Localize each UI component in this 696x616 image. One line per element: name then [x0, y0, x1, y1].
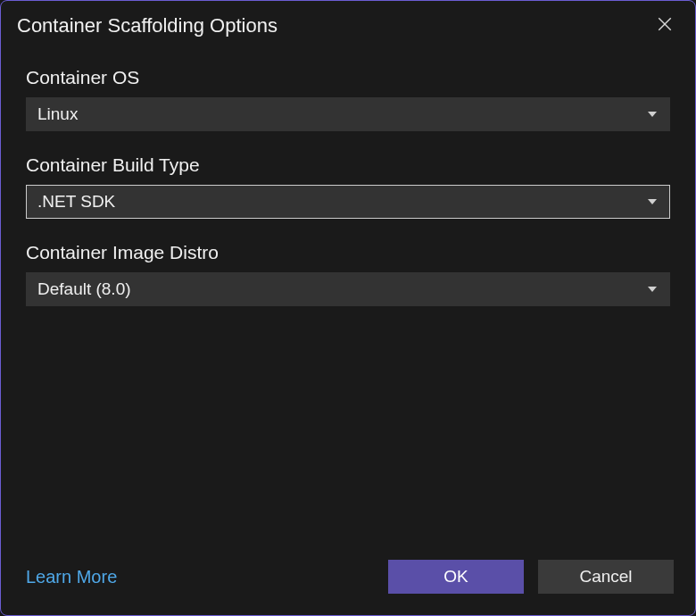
- close-icon: [657, 16, 673, 36]
- container-scaffolding-dialog: Container Scaffolding Options Container …: [0, 0, 696, 616]
- container-build-type-value: .NET SDK: [37, 192, 115, 212]
- container-build-type-select[interactable]: .NET SDK: [26, 185, 670, 219]
- container-image-distro-value: Default (8.0): [37, 279, 131, 299]
- container-image-distro-label: Container Image Distro: [26, 242, 670, 263]
- container-os-value: Linux: [37, 104, 78, 124]
- container-os-field: Container OS Linux: [26, 67, 670, 131]
- container-os-select[interactable]: Linux: [26, 97, 670, 131]
- close-button[interactable]: [652, 13, 677, 38]
- dialog-content: Container OS Linux Container Build Type …: [1, 49, 695, 549]
- ok-button[interactable]: OK: [388, 560, 524, 594]
- learn-more-link[interactable]: Learn More: [26, 567, 117, 587]
- container-image-distro-select[interactable]: Default (8.0): [26, 272, 670, 306]
- chevron-down-icon: [648, 199, 657, 204]
- titlebar: Container Scaffolding Options: [1, 1, 695, 49]
- cancel-button[interactable]: Cancel: [538, 560, 674, 594]
- container-build-type-label: Container Build Type: [26, 154, 670, 176]
- container-image-distro-field: Container Image Distro Default (8.0): [26, 242, 670, 306]
- dialog-footer: Learn More OK Cancel: [1, 549, 695, 615]
- container-os-label: Container OS: [26, 67, 670, 88]
- chevron-down-icon: [648, 287, 657, 292]
- container-build-type-field: Container Build Type .NET SDK: [26, 154, 670, 219]
- dialog-title: Container Scaffolding Options: [17, 14, 278, 37]
- chevron-down-icon: [648, 112, 657, 117]
